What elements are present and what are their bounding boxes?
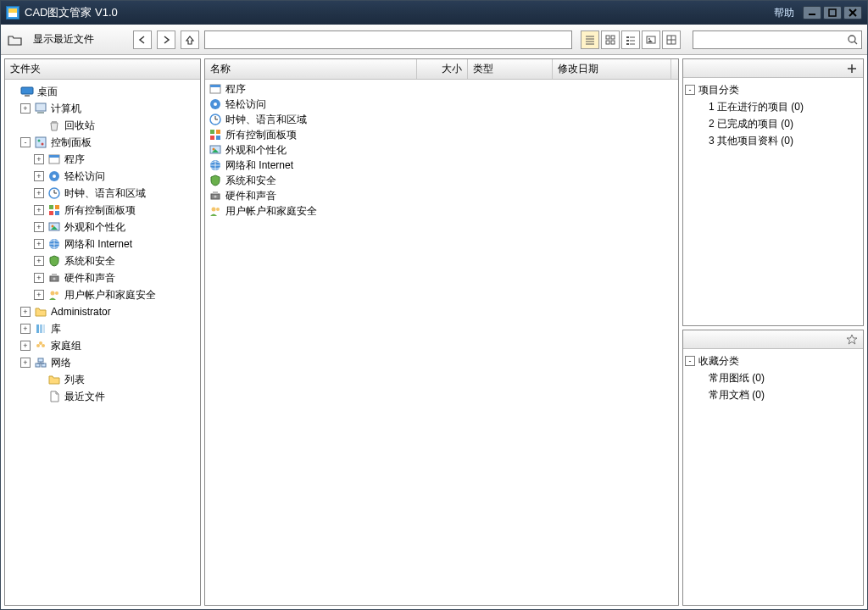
nav-back-button[interactable] (133, 30, 152, 49)
column-header[interactable]: 修改日期 (553, 59, 671, 79)
svg-rect-45 (55, 211, 59, 215)
maximize-button[interactable] (823, 6, 842, 19)
tree-toggle[interactable]: + (34, 239, 44, 249)
tree-toggle[interactable]: - (20, 137, 31, 147)
tree-toggle[interactable]: + (34, 205, 44, 215)
view-image-button[interactable] (642, 30, 660, 49)
category-item[interactable]: 2 已完成的项目 (0) (685, 115, 861, 132)
tree-item[interactable]: +轻松访问 (7, 168, 198, 185)
category-item[interactable]: 1 正在进行的项目 (0) (685, 98, 861, 115)
help-link[interactable]: 帮助 (774, 6, 794, 20)
tree-toggle[interactable]: + (34, 171, 44, 181)
svg-point-25 (849, 36, 855, 42)
tree-toggle[interactable]: + (34, 154, 44, 164)
category-root[interactable]: -收藏分类 (685, 352, 861, 369)
tree-item[interactable]: +Administrator (7, 303, 198, 320)
tree-toggle[interactable]: + (20, 103, 31, 114)
svg-point-80 (214, 196, 217, 198)
recent-files-label[interactable]: 显示最近文件 (33, 32, 94, 47)
list-item[interactable]: 系统和安全 (205, 173, 678, 188)
search-icon[interactable] (844, 34, 861, 46)
list-item-label: 程序 (225, 82, 246, 97)
search-input[interactable] (693, 31, 844, 48)
tree-item[interactable]: +库 (7, 320, 198, 337)
tree-item[interactable]: +程序 (7, 151, 198, 168)
list-item[interactable]: 硬件和声音 (205, 188, 678, 203)
list-item[interactable]: 程序 (205, 81, 678, 97)
tree-toggle[interactable]: - (685, 356, 695, 366)
right-panel: -项目分类1 正在进行的项目 (0)2 已完成的项目 (0)3 其他项目资料 (… (682, 58, 864, 606)
folder-open-icon[interactable] (6, 30, 25, 49)
tree-toggle[interactable]: + (20, 307, 31, 317)
column-header[interactable]: 大小 (417, 59, 468, 79)
tree-item-label: 外观和个性化 (64, 220, 125, 235)
tree-item-label: 控制面板 (51, 136, 92, 150)
category-item[interactable]: 常用图纸 (0) (685, 369, 861, 386)
view-thumb-button[interactable] (662, 30, 681, 49)
list-item[interactable]: 外观和个性化 (205, 142, 678, 158)
tree-toggle[interactable]: + (34, 256, 44, 266)
view-details-button[interactable] (621, 30, 640, 49)
tree-item[interactable]: -控制面板 (7, 134, 198, 151)
tree-item[interactable]: +用户帐户和家庭安全 (7, 286, 198, 303)
column-header[interactable]: 名称 (205, 59, 417, 79)
netplaces-icon (34, 356, 47, 369)
nav-forward-button[interactable] (157, 30, 175, 49)
folder-tree[interactable]: 桌面+计算机回收站-控制面板+程序+轻松访问+时钟、语言和区域+所有控制面板项+… (5, 80, 200, 605)
tree-item[interactable]: +网络 (7, 354, 198, 371)
view-list-button[interactable] (581, 30, 599, 49)
tree-item[interactable]: +硬件和声音 (7, 269, 198, 286)
tree-item[interactable]: 回收站 (7, 117, 198, 134)
minimize-button[interactable] (803, 6, 821, 19)
tree-toggle[interactable]: + (34, 222, 44, 232)
svg-rect-61 (42, 363, 46, 367)
project-category-tree[interactable]: -项目分类1 正在进行的项目 (0)2 已完成的项目 (0)3 其他项目资料 (… (683, 78, 863, 325)
category-root[interactable]: -项目分类 (685, 81, 861, 98)
tree-item[interactable]: 最近文件 (7, 388, 198, 405)
svg-rect-56 (43, 324, 45, 333)
category-item[interactable]: 常用文档 (0) (685, 386, 861, 403)
tree-item[interactable]: +外观和个性化 (7, 219, 198, 236)
tree-item[interactable]: +系统和安全 (7, 252, 198, 269)
list-item-label: 网络和 Internet (225, 158, 293, 173)
list-item-label: 硬件和声音 (225, 189, 276, 203)
tree-toggle[interactable]: + (34, 188, 44, 198)
list-item[interactable]: 网络和 Internet (205, 158, 678, 173)
project-category-panel: -项目分类1 正在进行的项目 (0)2 已完成的项目 (0)3 其他项目资料 (… (682, 58, 864, 326)
tree-toggle[interactable]: - (685, 85, 695, 95)
tree-toggle[interactable]: + (34, 290, 44, 300)
svg-point-59 (39, 341, 42, 345)
tree-toggle[interactable]: + (20, 358, 31, 368)
list-item[interactable]: 用户帐户和家庭安全 (205, 203, 678, 219)
address-input[interactable] (205, 31, 571, 48)
file-list[interactable]: 程序轻松访问时钟、语言和区域所有控制面板项外观和个性化网络和 Internet系… (205, 80, 678, 605)
tree-item-label: 硬件和声音 (64, 271, 115, 286)
column-header[interactable]: 类型 (468, 59, 553, 79)
tree-toggle[interactable]: + (20, 341, 31, 351)
personalize-icon (209, 143, 222, 157)
address-bar[interactable] (204, 30, 572, 49)
svg-rect-55 (40, 324, 42, 333)
close-button[interactable] (843, 6, 862, 19)
view-grid-button[interactable] (601, 30, 620, 49)
tree-item[interactable]: 桌面 (7, 83, 198, 100)
tree-item[interactable]: +网络和 Internet (7, 236, 198, 252)
add-category-button[interactable] (844, 61, 860, 76)
svg-rect-73 (216, 130, 220, 134)
favorites-tree[interactable]: -收藏分类常用图纸 (0)常用文档 (0) (683, 349, 863, 605)
nav-up-button[interactable] (181, 30, 199, 49)
tree-item[interactable]: +家庭组 (7, 337, 198, 354)
tree-item[interactable]: 列表 (7, 371, 198, 388)
tree-item[interactable]: +所有控制面板项 (7, 202, 198, 219)
star-icon[interactable] (844, 332, 860, 347)
tree-toggle[interactable]: + (34, 273, 44, 283)
tree-item[interactable]: +时钟、语言和区域 (7, 185, 198, 202)
list-item[interactable]: 所有控制面板项 (205, 127, 678, 142)
list-item-label: 系统和安全 (225, 174, 276, 188)
list-item[interactable]: 时钟、语言和区域 (205, 112, 678, 127)
list-item[interactable]: 轻松访问 (205, 97, 678, 112)
tree-toggle[interactable]: + (20, 324, 31, 334)
category-item[interactable]: 3 其他项目资料 (0) (685, 132, 861, 149)
tree-item[interactable]: +计算机 (7, 100, 198, 117)
search-box[interactable] (693, 30, 862, 49)
